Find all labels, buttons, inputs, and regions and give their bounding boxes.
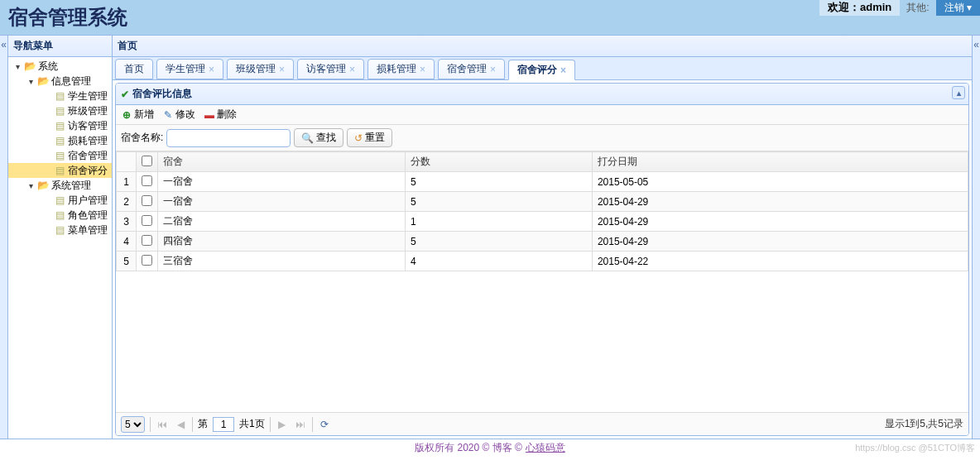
tab-班级管理[interactable]: 班级管理×: [227, 59, 294, 79]
row-checkbox[interactable]: [142, 255, 152, 266]
reset-button[interactable]: ↺重置: [347, 128, 392, 147]
tree-node-用户管理[interactable]: ▤用户管理: [8, 193, 112, 208]
cell-date: 2015-04-29: [592, 232, 968, 252]
tree-node-系统[interactable]: ▾📂系统: [8, 59, 112, 74]
table-row[interactable]: 3二宿舍12015-04-29: [117, 212, 968, 232]
tree-node-班级管理[interactable]: ▤班级管理: [8, 103, 112, 118]
row-number: 5: [117, 252, 137, 271]
cell-dorm: 四宿舍: [158, 232, 406, 252]
delete-button[interactable]: ▬删除: [204, 108, 237, 122]
page-size-select[interactable]: 5: [121, 416, 145, 433]
footer: 版权所有 2020 © 博客 © 心猿码意 https://blog.csc @…: [0, 439, 980, 457]
tree-label: 损耗管理: [68, 134, 108, 148]
edit-button[interactable]: ✎修改: [162, 108, 195, 122]
tab-label: 首页: [124, 62, 144, 76]
tab-访客管理[interactable]: 访客管理×: [297, 59, 364, 79]
expand-icon[interactable]: ▾: [12, 60, 23, 72]
tree-label: 系统管理: [51, 179, 91, 193]
row-checkbox[interactable]: [142, 195, 152, 206]
tab-宿舍评分[interactable]: 宿舍评分×: [508, 60, 575, 80]
last-page-icon[interactable]: ⏭: [294, 418, 307, 431]
page-icon: ▤: [53, 224, 66, 236]
tree-node-宿舍评分[interactable]: ▤宿舍评分: [8, 163, 112, 178]
tab-label: 宿舍管理: [447, 62, 487, 76]
tree-label: 班级管理: [68, 104, 108, 118]
tree-node-信息管理[interactable]: ▾📂信息管理: [8, 74, 112, 89]
prev-page-icon[interactable]: ◀: [174, 418, 187, 431]
tree-label: 信息管理: [51, 74, 91, 89]
cell-dorm: 一宿舍: [158, 192, 406, 212]
close-icon[interactable]: ×: [209, 64, 214, 75]
close-icon[interactable]: ×: [279, 64, 285, 75]
sidebar-title: 导航菜单: [8, 36, 112, 57]
page-icon: ▤: [53, 209, 66, 221]
close-icon[interactable]: ×: [420, 64, 425, 75]
tab-label: 班级管理: [236, 62, 276, 76]
collapse-panel-icon[interactable]: ▴: [952, 86, 965, 99]
row-checkbox[interactable]: [142, 175, 152, 186]
table-row[interactable]: 4四宿舍52015-04-29: [117, 232, 968, 252]
tree-label: 宿舍评分: [68, 164, 108, 178]
next-page-icon[interactable]: ▶: [276, 418, 289, 431]
search-button[interactable]: 🔍查找: [294, 128, 343, 147]
dorm-name-input[interactable]: [166, 129, 291, 147]
footer-link[interactable]: 心猿码意: [526, 441, 565, 455]
cell-score: 4: [406, 252, 593, 271]
tab-label: 访客管理: [306, 62, 346, 76]
collapse-left-icon[interactable]: «: [0, 36, 8, 439]
rownum-header: [117, 152, 137, 172]
table-row[interactable]: 1一宿舍52015-05-05: [117, 172, 968, 192]
toolbar: ⊕新增 ✎修改 ▬删除: [116, 105, 968, 125]
tree-label: 访客管理: [68, 119, 108, 133]
tab-label: 损耗管理: [377, 62, 416, 76]
page-icon: ▤: [53, 165, 66, 176]
row-number: 4: [117, 232, 137, 252]
add-button[interactable]: ⊕新增: [121, 108, 154, 122]
tree-node-菜单管理[interactable]: ▤菜单管理: [8, 223, 112, 237]
close-icon[interactable]: ×: [490, 64, 496, 75]
select-all-checkbox[interactable]: [142, 156, 152, 166]
cell-dorm: 一宿舍: [158, 172, 406, 192]
pager-info: 显示1到5,共5记录: [885, 417, 963, 431]
tab-学生管理[interactable]: 学生管理×: [156, 59, 223, 79]
content-panel: 首页 首页学生管理×班级管理×访客管理×损耗管理×宿舍管理×宿舍评分× ✔ 宿舍…: [113, 36, 972, 439]
table-row[interactable]: 2一宿舍52015-04-29: [117, 192, 968, 212]
close-icon[interactable]: ×: [349, 64, 355, 75]
refresh-icon[interactable]: ⟳: [318, 418, 331, 431]
copyright-text: 版权所有 2020 © 博客 ©: [415, 441, 522, 455]
collapse-right-icon[interactable]: «: [972, 36, 980, 439]
tab-label: 宿舍评分: [517, 63, 557, 77]
close-icon[interactable]: ×: [560, 65, 566, 76]
expand-icon[interactable]: ▾: [25, 180, 36, 191]
tab-损耗管理[interactable]: 损耗管理×: [368, 59, 435, 79]
tree-node-角色管理[interactable]: ▤角色管理: [8, 208, 112, 223]
page-icon: ▤: [53, 105, 66, 117]
banner-right: 欢迎：admin 其他: 注销 ▾: [819, 0, 980, 15]
tree-node-宿舍管理[interactable]: ▤宿舍管理: [8, 148, 112, 163]
first-page-icon[interactable]: ⏮: [156, 418, 169, 431]
row-checkbox[interactable]: [142, 235, 152, 246]
cell-dorm: 三宿舍: [158, 252, 406, 271]
tab-宿舍管理[interactable]: 宿舍管理×: [438, 59, 505, 79]
check-icon: ✔: [121, 89, 129, 100]
tree-node-系统管理[interactable]: ▾📂系统管理: [8, 178, 112, 193]
add-icon: ⊕: [121, 109, 132, 121]
tree-node-学生管理[interactable]: ▤学生管理: [8, 89, 112, 103]
search-bar: 宿舍名称: 🔍查找 ↺重置: [116, 125, 968, 151]
tree-label: 用户管理: [68, 194, 108, 208]
col-宿舍[interactable]: 宿舍: [158, 152, 406, 172]
page-number-input[interactable]: [213, 417, 234, 432]
search-icon: 🔍: [301, 132, 314, 144]
tab-首页[interactable]: 首页: [115, 59, 153, 79]
expand-icon[interactable]: ▾: [25, 75, 36, 87]
col-分数[interactable]: 分数: [406, 152, 593, 172]
app-title: 宿舍管理系统: [0, 4, 127, 31]
checkbox-header: [137, 152, 158, 172]
col-打分日期[interactable]: 打分日期: [592, 152, 968, 172]
row-checkbox[interactable]: [142, 215, 152, 226]
tree-node-损耗管理[interactable]: ▤损耗管理: [8, 133, 112, 148]
tree-node-访客管理[interactable]: ▤访客管理: [8, 118, 112, 133]
page-icon: ▤: [53, 90, 66, 102]
table-row[interactable]: 5三宿舍42015-04-22: [117, 252, 968, 271]
logout-button[interactable]: 注销 ▾: [936, 0, 980, 16]
